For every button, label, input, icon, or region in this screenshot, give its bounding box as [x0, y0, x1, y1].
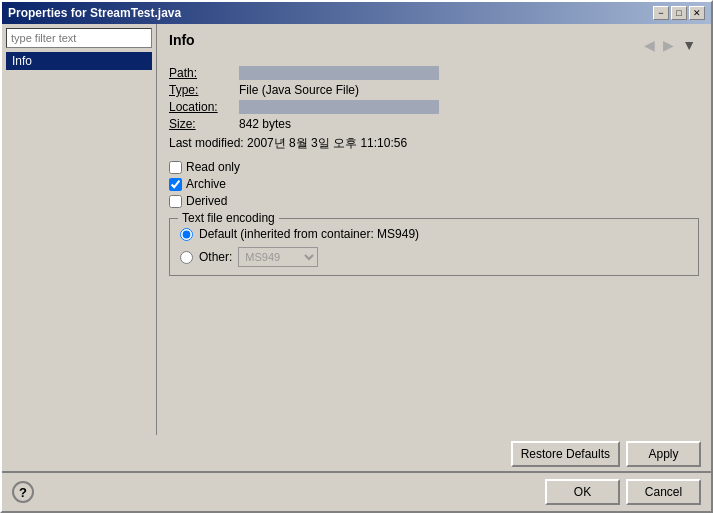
- menu-button[interactable]: ▼: [679, 37, 699, 53]
- archive-checkbox[interactable]: [169, 178, 182, 191]
- archive-group: Archive: [169, 177, 699, 191]
- apply-button[interactable]: Apply: [626, 441, 701, 467]
- read-only-label: Read only: [186, 160, 240, 174]
- footer: ? OK Cancel: [2, 472, 711, 511]
- window-controls: − □ ✕: [653, 6, 705, 20]
- default-encoding-radio[interactable]: [180, 228, 193, 241]
- nav-arrows: ◀ ▶ ▼: [641, 37, 699, 53]
- location-value: [239, 100, 439, 114]
- cancel-button[interactable]: Cancel: [626, 479, 701, 505]
- location-label: Location:: [169, 100, 239, 114]
- main-content: Info Info ◀ ▶ ▼ Path:: [2, 24, 711, 435]
- footer-left: ?: [12, 481, 34, 503]
- other-encoding-label: Other:: [199, 250, 232, 264]
- location-row: Location:: [169, 100, 699, 114]
- back-button[interactable]: ◀: [641, 37, 658, 53]
- path-label: Path:: [169, 66, 239, 80]
- derived-checkbox[interactable]: [169, 195, 182, 208]
- encoding-select[interactable]: MS949 UTF-8 ISO-8859-1: [238, 247, 318, 267]
- filter-input[interactable]: [6, 28, 152, 48]
- content-area: Info ◀ ▶ ▼ Path: Type: File (Java Source…: [157, 24, 711, 435]
- restore-defaults-button[interactable]: Restore Defaults: [511, 441, 620, 467]
- type-label: Type:: [169, 83, 239, 97]
- encoding-group: Text file encoding Default (inherited fr…: [169, 218, 699, 276]
- read-only-checkbox[interactable]: [169, 161, 182, 174]
- default-encoding-row: Default (inherited from container: MS949…: [180, 227, 688, 241]
- size-value: 842 bytes: [239, 117, 291, 131]
- size-row: Size: 842 bytes: [169, 117, 699, 131]
- sidebar: Info: [2, 24, 157, 435]
- size-label: Size:: [169, 117, 239, 131]
- forward-button[interactable]: ▶: [660, 37, 677, 53]
- other-encoding-row: Other: MS949 UTF-8 ISO-8859-1: [180, 247, 688, 267]
- last-modified: Last modified: 2007년 8월 3일 오후 11:10:56: [169, 135, 699, 152]
- window-title: Properties for StreamTest.java: [8, 6, 181, 20]
- ok-button[interactable]: OK: [545, 479, 620, 505]
- type-value: File (Java Source File): [239, 83, 359, 97]
- minimize-button[interactable]: −: [653, 6, 669, 20]
- close-button[interactable]: ✕: [689, 6, 705, 20]
- default-encoding-label: Default (inherited from container: MS949…: [199, 227, 419, 241]
- encoding-legend: Text file encoding: [178, 211, 279, 225]
- content-header: Info ◀ ▶ ▼: [169, 32, 699, 58]
- footer-right: OK Cancel: [545, 479, 701, 505]
- archive-label: Archive: [186, 177, 226, 191]
- sidebar-item-info[interactable]: Info: [6, 52, 152, 70]
- window-body: Info Info ◀ ▶ ▼ Path:: [2, 24, 711, 511]
- help-button[interactable]: ?: [12, 481, 34, 503]
- path-row: Path:: [169, 66, 699, 80]
- other-encoding-radio[interactable]: [180, 251, 193, 264]
- path-value: [239, 66, 439, 80]
- read-only-group: Read only: [169, 160, 699, 174]
- type-row: Type: File (Java Source File): [169, 83, 699, 97]
- derived-group: Derived: [169, 194, 699, 208]
- derived-label: Derived: [186, 194, 227, 208]
- properties-window: Properties for StreamTest.java − □ ✕ Inf…: [0, 0, 713, 513]
- title-bar: Properties for StreamTest.java − □ ✕: [2, 2, 711, 24]
- action-bar: Restore Defaults Apply: [2, 435, 711, 471]
- maximize-button[interactable]: □: [671, 6, 687, 20]
- section-title: Info: [169, 32, 195, 48]
